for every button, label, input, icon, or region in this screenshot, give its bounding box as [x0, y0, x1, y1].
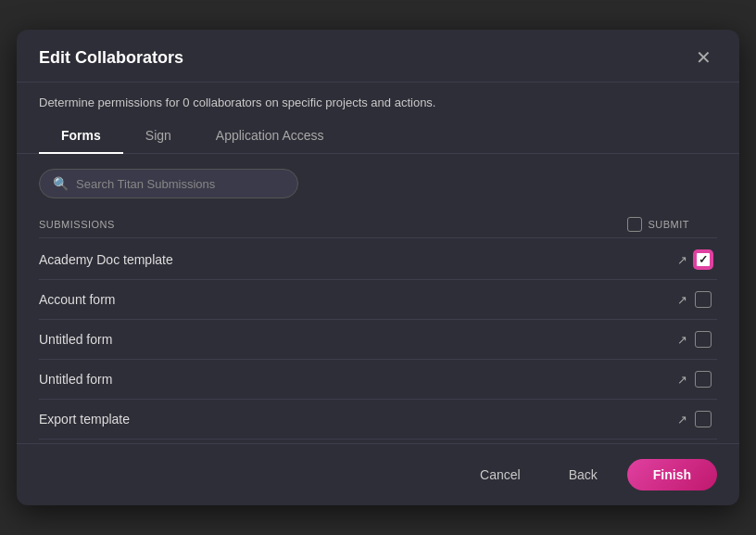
- submit-label: SUBMIT: [648, 219, 689, 230]
- search-input[interactable]: [76, 177, 284, 191]
- table-header: SUBMISSIONS SUBMIT: [39, 211, 717, 238]
- form-name: Academy Doc template: [39, 252, 677, 267]
- edit-collaborators-modal: Edit Collaborators ✕ Determine permissio…: [17, 30, 739, 505]
- table-row: Account form ↗: [39, 280, 717, 320]
- table-row: Export template ↗: [39, 400, 717, 439]
- row-actions: ↗: [677, 411, 717, 427]
- external-link-icon[interactable]: ↗: [677, 333, 687, 347]
- table-row: Untitled form ↗: [39, 320, 717, 360]
- modal-description: Determine permissions for 0 collaborator…: [17, 83, 739, 119]
- row-actions: ↗: [677, 331, 717, 348]
- submit-checkbox[interactable]: [695, 291, 712, 308]
- tab-forms[interactable]: Forms: [39, 119, 123, 154]
- form-name: Untitled form: [39, 332, 677, 347]
- table-row: Untitled form ↗: [39, 360, 717, 400]
- row-actions: ↗: [677, 371, 717, 388]
- modal-body: 🔍 SUBMISSIONS SUBMIT Academy Doc templat…: [17, 154, 739, 439]
- submit-checkbox[interactable]: [695, 411, 712, 427]
- form-name: Export template: [39, 412, 677, 427]
- form-name: Account form: [39, 292, 677, 307]
- external-link-icon[interactable]: ↗: [677, 413, 687, 427]
- modal-header: Edit Collaborators ✕: [17, 30, 739, 83]
- modal-overlay: Edit Collaborators ✕ Determine permissio…: [0, 0, 756, 535]
- table-row: Academy Doc template ↗: [39, 240, 717, 280]
- external-link-icon[interactable]: ↗: [677, 373, 687, 387]
- search-bar[interactable]: 🔍: [39, 169, 298, 198]
- submit-checkbox[interactable]: [695, 371, 712, 388]
- tab-sign[interactable]: Sign: [123, 119, 194, 154]
- submit-checkbox[interactable]: [695, 331, 712, 348]
- modal-footer: Cancel Back Finish: [17, 443, 739, 505]
- submit-header-checkbox[interactable]: [627, 217, 642, 232]
- tab-application-access[interactable]: Application Access: [194, 119, 346, 154]
- submit-column-header: SUBMIT: [627, 217, 717, 232]
- external-link-icon[interactable]: ↗: [677, 253, 687, 267]
- row-actions: ↗: [677, 251, 717, 268]
- submissions-column-header: SUBMISSIONS: [39, 219, 627, 230]
- forms-table: SUBMISSIONS SUBMIT Academy Doc template …: [39, 211, 717, 439]
- forms-list: Academy Doc template ↗ Account form ↗: [39, 240, 717, 439]
- submit-checkbox[interactable]: [695, 251, 712, 268]
- tabs-container: Forms Sign Application Access: [17, 119, 739, 154]
- external-link-icon[interactable]: ↗: [677, 293, 687, 307]
- finish-button[interactable]: Finish: [627, 459, 717, 490]
- back-button[interactable]: Back: [550, 460, 616, 490]
- form-name: Untitled form: [39, 372, 677, 387]
- row-actions: ↗: [677, 291, 717, 308]
- close-button[interactable]: ✕: [690, 46, 717, 69]
- cancel-button[interactable]: Cancel: [461, 460, 539, 490]
- modal-title: Edit Collaborators: [39, 48, 183, 68]
- search-icon: 🔍: [53, 176, 69, 191]
